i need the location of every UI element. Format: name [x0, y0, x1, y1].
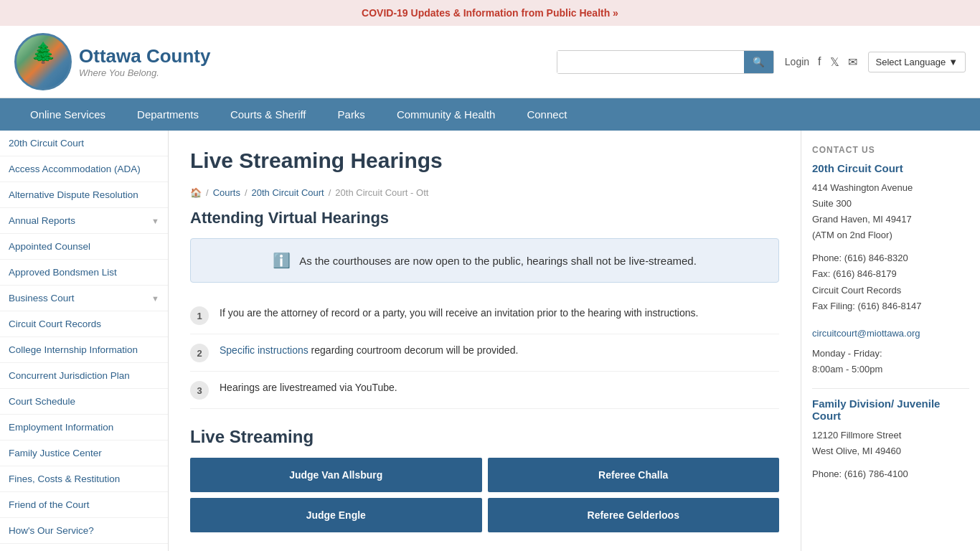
nav-online-services[interactable]: Online Services	[14, 98, 121, 131]
nav-parks[interactable]: Parks	[322, 98, 381, 131]
login-link[interactable]: Login	[785, 56, 809, 67]
sidebar-item-business-court[interactable]: Business Court ▼	[0, 286, 168, 311]
step-2: 2 Specific instructions regarding courtr…	[190, 334, 779, 372]
chevron-down-icon: ▼	[948, 57, 958, 67]
contact-primary-address: 414 Washington Avenue Suite 300 Grand Ha…	[812, 180, 969, 243]
sidebar-item-annual-reports[interactable]: Annual Reports ▼	[0, 208, 168, 234]
search-box: 🔍	[557, 50, 774, 74]
contact-phone-main: Phone: (616) 846-8320 Fax: (616) 846-817…	[812, 250, 969, 314]
logo-text: Ottawa County Where You Belong.	[79, 45, 210, 78]
contact-us-label: CONTACT US	[812, 145, 969, 155]
step-text-2: Specific instructions regarding courtroo…	[220, 343, 518, 358]
specific-instructions-link[interactable]: Specific instructions	[220, 344, 308, 356]
streaming-grid: Judge Van Allsburg Referee Challa Judge …	[190, 458, 779, 532]
step-text-1: If you are the attorney of record or a p…	[220, 306, 698, 321]
page-title: Live Streaming Hearings	[190, 149, 779, 173]
alert-bar[interactable]: COVID-19 Updates & Information from Publ…	[0, 0, 980, 26]
right-sidebar: CONTACT US 20th Circuit Court 414 Washin…	[801, 131, 980, 551]
step-text-3: Hearings are livestreamed via YouTube.	[220, 380, 397, 395]
chevron-down-icon: ▼	[151, 294, 159, 303]
steps-list: 1 If you are the attorney of record or a…	[190, 297, 779, 409]
step-number-2: 2	[190, 344, 209, 362]
referee-gelderloos-button[interactable]: Referee Gelderloos	[488, 498, 780, 532]
chevron-down-icon: ▼	[151, 217, 159, 225]
live-streaming-title: Live Streaming	[190, 427, 779, 447]
main-nav: Online Services Departments Courts & She…	[0, 98, 980, 131]
contact-email-link[interactable]: circuitcourt@miottawa.org	[812, 328, 969, 339]
sidebar-item-fines-costs-restitution[interactable]: Fines, Costs & Restitution	[0, 466, 168, 492]
sidebar-item-friend-of-court[interactable]: Friend of the Court	[0, 492, 168, 518]
breadcrumb: 🏠 / Courts / 20th Circuit Court / 20th C…	[190, 187, 779, 198]
step-number-3: 3	[190, 381, 209, 400]
breadcrumb-courts[interactable]: Courts	[213, 187, 240, 198]
header: 🌲 Ottawa County Where You Belong. 🔍 Logi…	[0, 26, 980, 98]
sidebar-item-family-justice-center[interactable]: Family Justice Center	[0, 441, 168, 466]
attending-title: Attending Virtual Hearings	[190, 209, 779, 227]
contact-secondary-name: Family Division/ Juvenile Court	[812, 397, 969, 422]
step-3: 3 Hearings are livestreamed via YouTube.	[190, 372, 779, 409]
sidebar-item-hows-our-service[interactable]: How's Our Service?	[0, 518, 168, 544]
header-left: 🌲 Ottawa County Where You Belong.	[14, 33, 210, 90]
sidebar-item-appointed-counsel[interactable]: Appointed Counsel	[0, 234, 168, 260]
nav-courts-sheriff[interactable]: Courts & Sheriff	[215, 98, 322, 131]
step-number-1: 1	[190, 306, 209, 325]
facebook-icon[interactable]: f	[818, 55, 821, 68]
left-sidebar: 20th Circuit Court Access Accommodation …	[0, 131, 169, 551]
nav-departments[interactable]: Departments	[121, 98, 215, 131]
judge-engle-button[interactable]: Judge Engle	[190, 498, 482, 532]
header-actions: Login f 𝕏 ✉	[785, 55, 857, 69]
contact-primary-name: 20th Circuit Court	[812, 162, 969, 174]
divider	[812, 388, 969, 389]
nav-community-health[interactable]: Community & Health	[381, 98, 512, 131]
sidebar-item-juror-information[interactable]: Juror Information	[0, 544, 168, 551]
breadcrumb-circuit-court[interactable]: 20th Circuit Court	[252, 187, 324, 198]
sidebar-item-approved-bondsmen[interactable]: Approved Bondsmen List	[0, 260, 168, 286]
sidebar-item-concurrent-jurisdiction[interactable]: Concurrent Jurisdiction Plan	[0, 363, 168, 389]
info-box: ℹ️ As the courthouses are now open to th…	[190, 238, 779, 283]
home-icon[interactable]: 🏠	[190, 187, 202, 198]
sidebar-item-court-schedule[interactable]: Court Schedule	[0, 389, 168, 415]
search-button[interactable]: 🔍	[744, 51, 773, 73]
sidebar-item-access-accommodation[interactable]: Access Accommodation (ADA)	[0, 156, 168, 182]
judge-van-allsburg-button[interactable]: Judge Van Allsburg	[190, 458, 482, 492]
logo-icon: 🌲	[14, 33, 72, 90]
sidebar-item-college-internship[interactable]: College Internship Information	[0, 337, 168, 363]
sidebar-item-employment-information[interactable]: Employment Information	[0, 415, 168, 441]
sidebar-item-alternative-dispute[interactable]: Alternative Dispute Resolution	[0, 182, 168, 208]
main-content: Live Streaming Hearings 🏠 / Courts / 20t…	[169, 131, 801, 551]
contact-secondary-phone: Phone: (616) 786-4100	[812, 466, 969, 482]
email-icon[interactable]: ✉	[848, 55, 857, 69]
info-box-text: As the courthouses are now open to the p…	[299, 255, 697, 267]
alert-link[interactable]: COVID-19 Updates & Information from Publ…	[362, 7, 618, 19]
referee-challa-button[interactable]: Referee Challa	[488, 458, 780, 492]
info-icon: ℹ️	[273, 252, 291, 269]
twitter-icon[interactable]: 𝕏	[830, 55, 839, 69]
breadcrumb-current: 20th Circuit Court - Ott	[335, 187, 428, 198]
contact-hours: Monday - Friday: 8:00am - 5:00pm	[812, 346, 969, 377]
nav-connect[interactable]: Connect	[511, 98, 583, 131]
sidebar-item-20th-circuit-court[interactable]: 20th Circuit Court	[0, 131, 168, 156]
contact-secondary-address: 12120 Fillmore Street West Olive, MI 494…	[812, 428, 969, 459]
step-1: 1 If you are the attorney of record or a…	[190, 297, 779, 334]
main-layout: 20th Circuit Court Access Accommodation …	[0, 131, 980, 551]
search-input[interactable]	[557, 51, 744, 73]
sidebar-item-circuit-court-records[interactable]: Circuit Court Records	[0, 311, 168, 337]
header-right: 🔍 Login f 𝕏 ✉ Select Language ▼	[557, 50, 966, 74]
language-selector[interactable]: Select Language ▼	[868, 52, 966, 72]
